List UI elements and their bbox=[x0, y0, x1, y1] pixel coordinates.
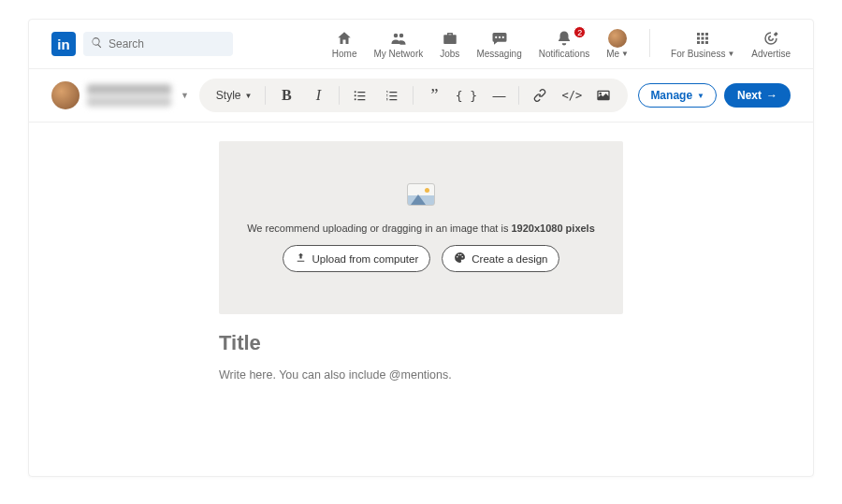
upload-label: Upload from computer bbox=[312, 253, 419, 265]
upload-from-computer-button[interactable]: Upload from computer bbox=[283, 245, 431, 272]
nav-label: Notifications bbox=[539, 49, 589, 59]
italic-button[interactable]: I bbox=[307, 84, 329, 107]
nav-network[interactable]: My Network bbox=[373, 29, 423, 59]
nav-label: My Network bbox=[373, 49, 423, 59]
chevron-down-icon: ▼ bbox=[181, 91, 189, 100]
embed-button[interactable]: </> bbox=[560, 84, 583, 107]
nav-label: Home bbox=[332, 49, 357, 59]
cover-actions: Upload from computer Create a design bbox=[283, 245, 560, 272]
nav-divider bbox=[649, 29, 650, 57]
author-avatar bbox=[51, 81, 80, 109]
jobs-icon bbox=[441, 29, 459, 48]
network-icon bbox=[389, 29, 408, 48]
bulleted-list-button[interactable] bbox=[349, 84, 371, 107]
subbar-actions: Manage ▼ Next → bbox=[638, 83, 791, 108]
cover-recommend-text: We recommend uploading or dragging in an… bbox=[247, 223, 595, 234]
article-body-input[interactable] bbox=[219, 368, 623, 382]
article-title-input[interactable] bbox=[219, 331, 623, 355]
arrow-right-icon: → bbox=[766, 89, 777, 102]
image-button[interactable] bbox=[592, 84, 615, 107]
global-nav: in Home My Network Jobs Messaging bbox=[29, 20, 813, 68]
nav-label: Me bbox=[606, 49, 619, 59]
linkedin-logo[interactable]: in bbox=[51, 32, 76, 56]
nav-notifications[interactable]: 2 Notifications bbox=[539, 29, 589, 59]
nav-label: For Business bbox=[671, 49, 725, 59]
link-button[interactable] bbox=[529, 84, 551, 107]
nav-messaging[interactable]: Messaging bbox=[476, 29, 521, 59]
toolbar-divider bbox=[413, 86, 414, 105]
nav-label: Messaging bbox=[476, 49, 521, 59]
toolbar-divider bbox=[265, 86, 266, 105]
divider-button[interactable]: — bbox=[486, 84, 509, 107]
chevron-down-icon: ▼ bbox=[245, 92, 253, 100]
create-design-button[interactable]: Create a design bbox=[442, 245, 559, 272]
bold-button[interactable]: B bbox=[275, 84, 298, 107]
code-block-button[interactable]: { } bbox=[455, 84, 477, 107]
next-label: Next bbox=[737, 89, 762, 102]
cover-recommend-prefix: We recommend uploading or dragging in an… bbox=[247, 223, 511, 234]
numbered-list-button[interactable] bbox=[381, 84, 403, 107]
notification-badge: 2 bbox=[573, 26, 586, 38]
design-label: Create a design bbox=[472, 253, 547, 265]
blockquote-button[interactable]: ” bbox=[423, 84, 445, 107]
nav-me[interactable]: Me ▼ bbox=[606, 29, 629, 59]
toolbar-divider bbox=[518, 86, 519, 105]
author-name bbox=[87, 84, 171, 107]
target-icon bbox=[762, 29, 780, 48]
cover-recommend-bold: 1920x1080 pixels bbox=[511, 223, 594, 234]
manage-label: Manage bbox=[650, 89, 692, 102]
manage-button[interactable]: Manage ▼ bbox=[638, 83, 717, 108]
design-icon bbox=[454, 252, 466, 266]
style-dropdown[interactable]: Style ▼ bbox=[212, 89, 256, 102]
home-icon bbox=[335, 29, 354, 48]
chevron-down-icon: ▼ bbox=[727, 50, 734, 58]
nav-label: Advertise bbox=[751, 49, 791, 59]
search-icon bbox=[91, 36, 103, 52]
cover-placeholder-icon bbox=[407, 183, 435, 206]
messaging-icon bbox=[490, 29, 509, 48]
nav-jobs[interactable]: Jobs bbox=[440, 29, 459, 59]
chevron-down-icon: ▼ bbox=[697, 92, 704, 100]
nav-items: Home My Network Jobs Messaging 2 Notific… bbox=[332, 29, 791, 59]
toolbar-divider bbox=[339, 86, 340, 105]
article-editor: We recommend uploading or dragging in an… bbox=[29, 122, 813, 382]
nav-label: Jobs bbox=[440, 49, 459, 59]
formatting-toolbar: Style ▼ B I ” { } — </> bbox=[199, 79, 629, 112]
bell-icon bbox=[555, 29, 573, 48]
chevron-down-icon: ▼ bbox=[621, 50, 629, 58]
style-label: Style bbox=[216, 89, 241, 102]
grid-icon bbox=[693, 29, 712, 48]
nav-business[interactable]: For Business ▼ bbox=[671, 29, 734, 59]
avatar-icon bbox=[608, 29, 627, 48]
editor-subbar: ▼ Style ▼ B I ” { } — </> bbox=[29, 68, 813, 122]
cover-upload-zone[interactable]: We recommend uploading or dragging in an… bbox=[219, 141, 623, 314]
author-selector[interactable]: ▼ bbox=[51, 81, 189, 109]
search-container[interactable] bbox=[83, 32, 233, 56]
upload-icon bbox=[295, 252, 307, 266]
nav-advertise[interactable]: Advertise bbox=[751, 29, 791, 59]
next-button[interactable]: Next → bbox=[724, 83, 791, 108]
nav-home[interactable]: Home bbox=[332, 29, 357, 59]
search-input[interactable] bbox=[109, 37, 225, 50]
